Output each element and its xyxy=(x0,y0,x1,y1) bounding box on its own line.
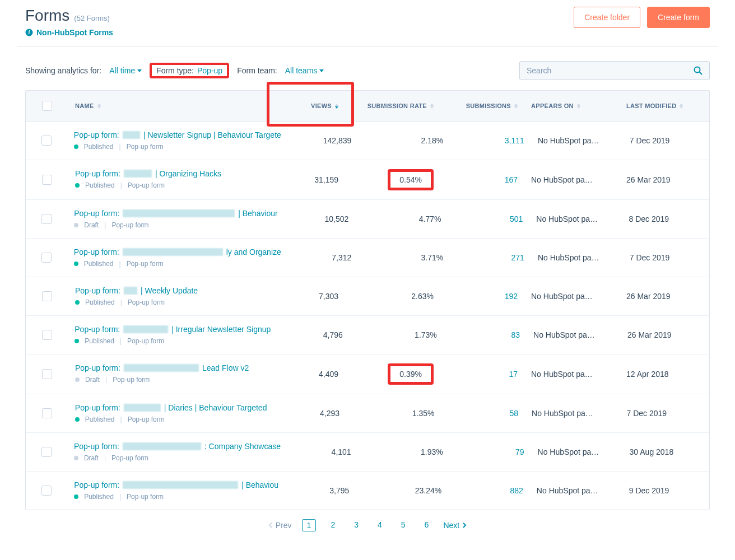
form-type-text: Pop-up form xyxy=(111,221,148,229)
row-checkbox[interactable] xyxy=(41,486,52,496)
select-all-checkbox[interactable] xyxy=(42,101,52,111)
team-filter-value: All teams xyxy=(285,66,318,75)
page-number[interactable]: 5 xyxy=(397,519,410,531)
type-filter[interactable]: Pop-up xyxy=(197,66,222,75)
form-name-link[interactable]: Pop-up form: Lead Flow v2 xyxy=(75,363,249,372)
submissions-link[interactable]: 501 xyxy=(510,214,523,223)
submissions-link[interactable]: 17 xyxy=(509,370,518,379)
create-folder-button[interactable]: Create folder xyxy=(574,7,640,28)
next-button[interactable]: Next xyxy=(443,521,467,530)
team-filter[interactable]: All teams xyxy=(285,66,324,75)
column-modified[interactable]: LAST MODIFIED xyxy=(620,91,709,121)
non-hubspot-link[interactable]: i Non-HubSpot Forms xyxy=(25,28,113,37)
submissions-link[interactable]: 192 xyxy=(505,292,518,301)
form-type-text: Pop-up form xyxy=(127,260,164,268)
form-type-text: Pop-up form xyxy=(128,181,165,189)
views-value: 31,159 xyxy=(314,175,338,184)
status-text: Published xyxy=(84,143,114,151)
form-name-link[interactable]: Pop-up form: | Diaries | Behaviour Targe… xyxy=(75,403,267,412)
modified-value: 7 Dec 2019 xyxy=(630,136,670,145)
column-subs[interactable]: SUBMISSIONS xyxy=(440,91,524,121)
row-checkbox[interactable] xyxy=(42,175,52,185)
redacted-text xyxy=(124,287,137,295)
create-form-button[interactable]: Create form xyxy=(647,7,710,28)
submissions-link[interactable]: 58 xyxy=(509,409,518,418)
form-name-link[interactable]: Pop-up form: | Behaviou xyxy=(74,480,278,489)
form-name-link[interactable]: Pop-up form: | Irregular Newsletter Sign… xyxy=(75,325,271,334)
search-box[interactable] xyxy=(519,61,710,80)
row-checkbox[interactable] xyxy=(41,136,52,146)
row-checkbox[interactable] xyxy=(42,330,52,340)
status-dot-icon xyxy=(74,456,78,460)
rate-value: 0.39% xyxy=(399,370,422,379)
appears-on-value: No HubSpot pa… xyxy=(536,214,598,223)
column-appears[interactable]: APPEARS ON xyxy=(524,91,620,121)
status-dot-icon xyxy=(75,300,80,305)
form-name-link[interactable]: Pop-up form: | Behaviour xyxy=(74,209,278,218)
form-name-link[interactable]: Pop-up form: : Company Showcase xyxy=(74,442,281,451)
appears-on-value: No HubSpot pa… xyxy=(531,175,593,184)
views-value: 4,101 xyxy=(332,447,351,456)
form-type-text: Pop-up form xyxy=(111,454,148,462)
page-number[interactable]: 1 xyxy=(302,519,317,531)
form-type-text: Pop-up form xyxy=(127,337,164,345)
submissions-link[interactable]: 167 xyxy=(505,175,518,184)
sort-icon xyxy=(335,104,338,109)
appears-on-value: No HubSpot pa… xyxy=(538,253,599,262)
form-prefix: Pop-up form: xyxy=(74,442,119,451)
views-value: 4,409 xyxy=(319,370,338,379)
status-text: Published xyxy=(84,260,114,268)
modified-value: 26 Mar 2019 xyxy=(627,330,672,339)
page-title: Forms xyxy=(25,7,69,25)
modified-value: 7 Dec 2019 xyxy=(627,409,667,418)
column-views[interactable]: VIEWS xyxy=(272,91,345,121)
rate-value: 2.63% xyxy=(411,292,434,301)
rate-value: 2.18% xyxy=(421,136,443,145)
row-checkbox[interactable] xyxy=(42,408,52,418)
search-input[interactable] xyxy=(527,66,694,75)
form-name-link[interactable]: Pop-up form: ly and Organize xyxy=(74,248,281,256)
submissions-link[interactable]: 83 xyxy=(511,330,520,339)
page-number[interactable]: 4 xyxy=(373,519,387,531)
page-number[interactable]: 2 xyxy=(326,519,339,531)
form-meta: Draft | Pop-up form xyxy=(74,454,148,462)
sort-icon xyxy=(514,104,518,109)
form-meta: Draft | Pop-up form xyxy=(74,221,148,229)
status-dot-icon xyxy=(74,223,78,227)
table-row: Pop-up form: | Behaviour Draft | Pop-up … xyxy=(26,200,709,239)
column-rate[interactable]: SUBMISSION RATE xyxy=(345,91,440,121)
submissions-link[interactable]: 79 xyxy=(515,447,524,456)
table-row: Pop-up form: | Behaviou Published | Pop-… xyxy=(26,472,709,510)
column-name[interactable]: NAME xyxy=(68,91,272,121)
form-name-link[interactable]: Pop-up form: | Organizing Hacks xyxy=(75,169,221,178)
row-checkbox[interactable] xyxy=(42,291,52,301)
rate-value: 3.71% xyxy=(421,253,443,262)
status-text: Published xyxy=(85,337,114,345)
row-checkbox[interactable] xyxy=(42,369,52,379)
row-checkbox[interactable] xyxy=(41,253,52,263)
table-row: Pop-up form: | Irregular Newsletter Sign… xyxy=(26,316,709,354)
row-checkbox[interactable] xyxy=(41,447,52,457)
form-name-link[interactable]: Pop-up form: | Newsletter Signup | Behav… xyxy=(74,130,281,139)
time-filter[interactable]: All time xyxy=(109,66,142,75)
page-number[interactable]: 6 xyxy=(420,519,434,531)
modified-value: 8 Dec 2019 xyxy=(629,214,669,223)
prev-button[interactable]: Prev xyxy=(268,521,292,530)
views-value: 4,293 xyxy=(320,409,339,418)
form-name-link[interactable]: Pop-up form: | Weekly Update xyxy=(75,286,198,295)
form-type-text: Pop-up form xyxy=(128,416,165,423)
submissions-link[interactable]: 271 xyxy=(511,253,524,262)
submissions-link[interactable]: 3,111 xyxy=(505,136,524,145)
page-number[interactable]: 3 xyxy=(350,519,363,531)
submissions-link[interactable]: 882 xyxy=(510,486,523,495)
chevron-down-icon xyxy=(319,69,324,72)
chevron-right-icon xyxy=(462,522,467,528)
pagination: Prev 123456 Next xyxy=(17,510,718,540)
status-text: Published xyxy=(84,493,114,501)
rate-value: 1.93% xyxy=(421,447,443,456)
redacted-text xyxy=(123,325,168,333)
status-dot-icon xyxy=(75,339,79,343)
row-checkbox[interactable] xyxy=(41,214,52,224)
appears-on-value: No HubSpot pa… xyxy=(531,292,593,301)
redacted-text xyxy=(123,481,238,489)
